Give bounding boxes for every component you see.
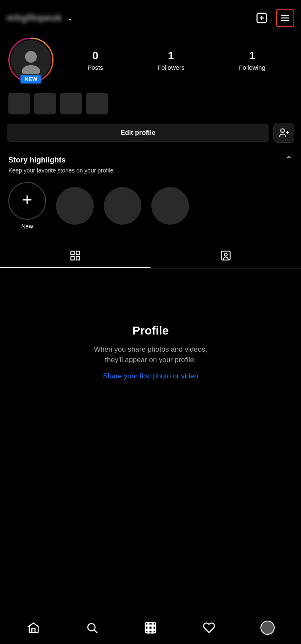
plus-icon: + [22, 191, 33, 209]
svg-rect-19 [145, 622, 156, 633]
svg-line-18 [94, 630, 97, 633]
new-highlight-circle[interactable]: + [8, 182, 46, 220]
nav-profile[interactable] [255, 615, 280, 640]
highlight-placeholder-2 [104, 187, 141, 225]
profile-subtitle: When you share photos and videos,they'll… [94, 344, 207, 365]
home-icon [27, 621, 40, 634]
posts-stat[interactable]: 0 Posts [87, 49, 103, 71]
svg-rect-13 [71, 256, 74, 260]
following-count: 1 [249, 49, 255, 62]
tab-grid[interactable] [0, 243, 150, 268]
svg-point-7 [22, 65, 40, 74]
profile-heading: Profile [132, 324, 168, 337]
following-stat[interactable]: 1 Following [239, 49, 265, 71]
tagged-icon [220, 250, 232, 261]
svg-point-8 [281, 129, 284, 132]
menu-button[interactable] [276, 9, 294, 27]
action-row: Edit profile [0, 119, 301, 150]
stats-row: 0 Posts 1 Followers 1 Following [60, 49, 293, 71]
followers-stat[interactable]: 1 Followers [158, 49, 184, 71]
bottom-nav [0, 611, 301, 644]
nav-profile-avatar [260, 621, 275, 635]
reels-icon [144, 621, 157, 634]
top-nav: mhgfhqwuk ⌄ [0, 0, 301, 33]
new-badge: NEW [20, 75, 41, 84]
highlight-placeholder-1 [56, 187, 94, 225]
search-icon [86, 621, 98, 634]
profile-section: NEW 0 Posts 1 Followers 1 Following [0, 33, 301, 89]
new-highlight[interactable]: + New [8, 182, 46, 230]
plus-square-icon [255, 12, 268, 24]
svg-rect-11 [71, 251, 74, 255]
svg-rect-23 [145, 629, 156, 630]
story-thumb-3[interactable] [60, 93, 82, 114]
heart-icon [203, 621, 215, 634]
tab-tagged[interactable] [150, 243, 301, 268]
posts-label: Posts [87, 64, 103, 71]
add-person-icon [278, 127, 289, 138]
nav-left: mhgfhqwuk ⌄ [7, 13, 73, 23]
chevron-up-icon[interactable]: ⌃ [285, 155, 293, 165]
add-post-button[interactable] [253, 9, 271, 27]
svg-point-17 [88, 624, 95, 631]
svg-point-16 [224, 253, 227, 256]
chevron-down-icon[interactable]: ⌄ [67, 13, 73, 23]
story-thumb-2[interactable] [34, 93, 56, 114]
nav-right [253, 9, 294, 27]
nav-reels[interactable] [138, 615, 163, 640]
followers-count: 1 [168, 49, 174, 62]
share-first-photo-link[interactable]: Share your first photo or video [103, 372, 198, 380]
nav-likes[interactable] [196, 615, 222, 640]
svg-rect-22 [145, 625, 156, 626]
posts-count: 0 [92, 49, 98, 62]
new-highlight-label: New [21, 223, 33, 230]
following-label: Following [239, 64, 265, 71]
tabs-row [0, 243, 301, 269]
followers-label: Followers [158, 64, 184, 71]
username-text: mhgfhqwuk [7, 13, 62, 23]
svg-point-6 [25, 51, 37, 63]
svg-rect-15 [222, 251, 230, 260]
grid-icon [69, 250, 81, 261]
svg-rect-14 [76, 256, 79, 260]
menu-icon [279, 12, 291, 24]
story-thumb-1[interactable] [8, 93, 30, 114]
svg-rect-12 [76, 251, 79, 255]
svg-rect-21 [152, 622, 153, 633]
main-content: Profile When you share photos and videos… [0, 269, 301, 427]
svg-rect-20 [148, 622, 149, 633]
edit-profile-button[interactable]: Edit profile [7, 124, 269, 142]
nav-home[interactable] [21, 615, 46, 640]
add-person-button[interactable] [273, 123, 294, 143]
story-thumb-4[interactable] [86, 93, 108, 114]
nav-search[interactable] [79, 615, 105, 640]
highlights-header: Story highlights ⌃ [0, 150, 301, 167]
highlights-row: + New [0, 180, 301, 240]
avatar-icon [17, 46, 45, 74]
story-thumbs [0, 89, 301, 119]
highlights-subtitle: Keep your favorite stories on your profi… [0, 167, 301, 180]
highlights-title: Story highlights [8, 156, 66, 165]
avatar-wrap: NEW [8, 38, 54, 83]
highlight-placeholder-3 [151, 187, 189, 225]
